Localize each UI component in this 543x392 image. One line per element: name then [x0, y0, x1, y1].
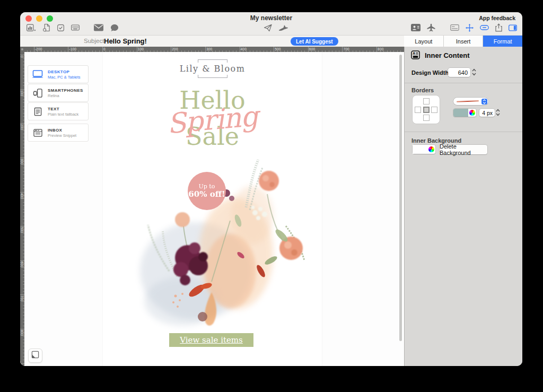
preview-card-subtitle: Plain text fallback: [48, 112, 78, 117]
background-color-swatch: [413, 145, 427, 154]
chat-icon[interactable]: [110, 23, 119, 32]
border-left-toggle[interactable]: [415, 107, 421, 113]
borders-label: Borders: [411, 87, 434, 93]
subject-label: Subject: [84, 38, 104, 44]
background-color-well[interactable]: [413, 145, 435, 154]
page-overview-button[interactable]: [28, 349, 42, 363]
badge-line2: 60% off!: [188, 190, 225, 199]
ruler-tick: [20, 55, 24, 55]
ruler-label: 500: [20, 227, 24, 233]
ruler-tick: [308, 47, 309, 52]
share-icon[interactable]: [495, 23, 502, 32]
ruler-tick: [20, 260, 24, 261]
delete-background-button[interactable]: Delete Background: [440, 145, 487, 154]
link-icon[interactable]: [480, 23, 489, 32]
design-canvas[interactable]: Lily & Bloom Hello Spring Sale: [24, 52, 404, 366]
email-design-area[interactable]: Lily & Bloom Hello Spring Sale: [102, 52, 322, 366]
border-style-sample: [457, 100, 479, 102]
border-width-input[interactable]: 4 px: [479, 109, 495, 117]
preview-card-desktop[interactable]: DESKTOPMac, PC & Tablets: [28, 65, 89, 83]
inbox-icon: [31, 129, 44, 137]
design-width-label: Design Width: [411, 69, 449, 76]
preview-card-title: DESKTOP: [48, 69, 81, 75]
ruler-tick: [102, 47, 103, 52]
border-color-swatch: [453, 109, 468, 117]
discount-badge[interactable]: Up to 60% off!: [188, 172, 226, 210]
inspector-section-title: Inner Content: [425, 51, 470, 59]
sidebar-toggle-icon[interactable]: [509, 23, 517, 32]
ruler-label: 700: [343, 47, 349, 51]
logo-bracket-top: [198, 59, 227, 63]
preview-card-title: TEXT: [48, 107, 78, 112]
horizontal-ruler: -200-1000100200300400500600700800: [20, 47, 404, 52]
keyboard-icon[interactable]: [71, 23, 80, 32]
brand-logo-text[interactable]: Lily & Bloom: [103, 64, 322, 74]
contacts-icon[interactable]: [411, 23, 421, 32]
flower-artwork[interactable]: [132, 157, 323, 337]
app-feedback-button[interactable]: App feedback: [479, 15, 515, 21]
subject-input[interactable]: Hello Spring!: [104, 37, 147, 45]
cta-button[interactable]: View sale items: [169, 333, 253, 347]
canvas-scrollbar[interactable]: [399, 55, 402, 341]
ruler-tick: [137, 47, 137, 52]
ruler-label: 500: [275, 47, 281, 51]
window-title: My newsletter: [20, 14, 522, 22]
titlebar: My newsletter App feedback: [20, 12, 522, 35]
color-wheel-icon: [428, 146, 434, 152]
border-width-stepper[interactable]: [496, 109, 500, 116]
ruler-label: 100: [20, 90, 24, 96]
send-plane-icon[interactable]: [264, 23, 273, 32]
image-icon[interactable]: [450, 23, 459, 32]
layouts-icon[interactable]: [27, 23, 36, 32]
preview-card-smartphones[interactable]: SMARTPHONESRetina: [28, 84, 89, 102]
folded-page-icon: [31, 351, 39, 361]
preview-card-inbox[interactable]: INBOXPreview Snippet: [28, 124, 89, 142]
checklist-icon[interactable]: [57, 23, 64, 32]
airplane-icon[interactable]: [427, 23, 435, 32]
border-color-well[interactable]: [453, 109, 476, 117]
envelope-icon[interactable]: [94, 23, 103, 32]
border-top-toggle[interactable]: [423, 98, 430, 104]
logo-bracket-bottom: [198, 75, 227, 78]
tab-insert[interactable]: Insert: [443, 36, 483, 47]
ruler-label: 600: [309, 47, 315, 51]
border-all-toggle[interactable]: [423, 107, 430, 113]
brand-logo-block[interactable]: Lily & Bloom: [103, 59, 322, 78]
border-side-selector[interactable]: [413, 95, 440, 124]
border-bottom-toggle[interactable]: [423, 115, 430, 121]
ruler-label: -100: [69, 47, 76, 51]
cta-label: View sale items: [180, 335, 243, 345]
border-right-toggle[interactable]: [431, 107, 437, 113]
ai-suggest-button[interactable]: Let AI Suggest: [291, 37, 338, 46]
add-page-icon[interactable]: [43, 23, 50, 32]
toolbar-center-group: [264, 23, 288, 32]
ruler-tick: [20, 89, 24, 90]
move-icon[interactable]: [466, 23, 474, 32]
design-width-stepper[interactable]: [472, 68, 476, 76]
preview-card-subtitle: Mac, PC & Tablets: [48, 75, 81, 80]
border-style-dropdown[interactable]: [453, 98, 488, 105]
design-width-input[interactable]: 640: [448, 68, 470, 77]
ruler-label: 700: [20, 295, 24, 301]
preview-card-subtitle: Retina: [48, 93, 83, 98]
dropdown-stepper-icon: [481, 99, 487, 104]
ruler-corner-dot: [21, 48, 23, 50]
tab-layout[interactable]: Layout: [404, 36, 443, 47]
bird-icon[interactable]: [278, 23, 288, 32]
ruler-tick: [342, 47, 343, 52]
ruler-tick: [20, 158, 24, 158]
tab-format[interactable]: Format: [483, 36, 522, 47]
ruler-label: 800: [378, 47, 383, 51]
ruler-label: 0: [20, 56, 24, 58]
headline-block[interactable]: Hello Spring Sale: [103, 88, 322, 149]
ruler-tick: [68, 47, 68, 52]
canvas-zone: -200-1000100200300400500600700800 010020…: [20, 47, 404, 366]
ruler-label: 200: [172, 47, 178, 51]
ruler-tick: [240, 47, 240, 52]
preview-card-text[interactable]: TEXTPlain text fallback: [28, 102, 89, 120]
ruler-tick: [205, 47, 206, 52]
ruler-label: 0: [103, 47, 106, 51]
ruler-label: 800: [20, 330, 24, 336]
divider: [405, 132, 522, 132]
ruler-tick: [376, 47, 377, 52]
